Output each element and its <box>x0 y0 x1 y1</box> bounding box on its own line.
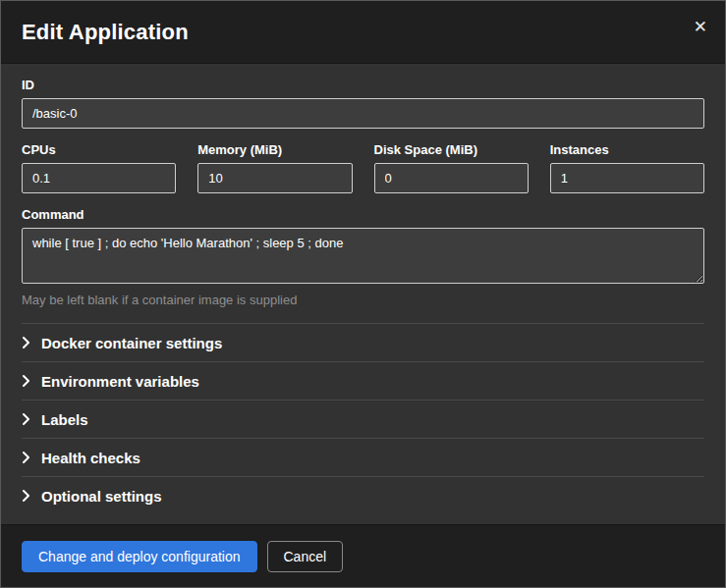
id-field-group: ID <box>22 78 704 129</box>
section-label: Environment variables <box>41 373 199 390</box>
disk-label: Disk Space (MiB) <box>374 142 529 157</box>
command-label: Command <box>22 207 704 222</box>
cancel-button[interactable]: Cancel <box>267 541 344 572</box>
instances-input[interactable] <box>550 163 704 193</box>
section-health-checks[interactable]: Health checks <box>22 438 704 476</box>
resources-row: CPUs Memory (MiB) Disk Space (MiB) Insta… <box>22 142 704 193</box>
section-docker-container-settings[interactable]: Docker container settings <box>22 323 704 361</box>
memory-input[interactable] <box>197 163 352 193</box>
modal-body: ID CPUs Memory (MiB) Disk Space (MiB) In… <box>1 64 725 524</box>
id-input[interactable] <box>22 98 704 129</box>
section-label: Labels <box>41 411 88 428</box>
modal-header: Edit Application ✕ <box>1 1 725 64</box>
command-field-group: Command while [ true ] ; do echo 'Hello … <box>22 207 704 307</box>
section-label: Optional settings <box>41 488 162 505</box>
chevron-right-icon <box>22 451 37 464</box>
change-and-deploy-button[interactable]: Change and deploy configuration <box>22 541 257 572</box>
modal-footer: Change and deploy configuration Cancel <box>1 524 725 587</box>
cpus-field-group: CPUs <box>22 142 176 193</box>
section-optional-settings[interactable]: Optional settings <box>22 476 704 514</box>
section-environment-variables[interactable]: Environment variables <box>22 361 704 400</box>
cpus-input[interactable] <box>22 163 176 193</box>
chevron-right-icon <box>22 336 37 349</box>
section-label: Docker container settings <box>41 335 222 351</box>
disk-field-group: Disk Space (MiB) <box>374 142 529 193</box>
collapsible-sections: Docker container settings Environment va… <box>22 323 704 514</box>
memory-field-group: Memory (MiB) <box>197 142 352 193</box>
memory-label: Memory (MiB) <box>197 142 352 157</box>
instances-label: Instances <box>550 142 704 157</box>
edit-application-modal: Edit Application ✕ ID CPUs Memory (MiB) … <box>0 0 726 588</box>
id-label: ID <box>22 78 704 92</box>
section-labels[interactable]: Labels <box>22 400 704 438</box>
cpus-label: CPUs <box>22 142 176 157</box>
close-icon[interactable]: ✕ <box>690 15 711 39</box>
disk-input[interactable] <box>374 163 529 193</box>
instances-field-group: Instances <box>550 142 704 193</box>
command-help-text: May be left blank if a container image i… <box>22 293 704 307</box>
chevron-right-icon <box>22 489 37 503</box>
section-label: Health checks <box>41 450 140 466</box>
chevron-right-icon <box>22 374 37 388</box>
modal-title: Edit Application <box>22 20 189 45</box>
command-textarea[interactable]: while [ true ] ; do echo 'Hello Marathon… <box>22 228 704 284</box>
chevron-right-icon <box>22 412 37 426</box>
